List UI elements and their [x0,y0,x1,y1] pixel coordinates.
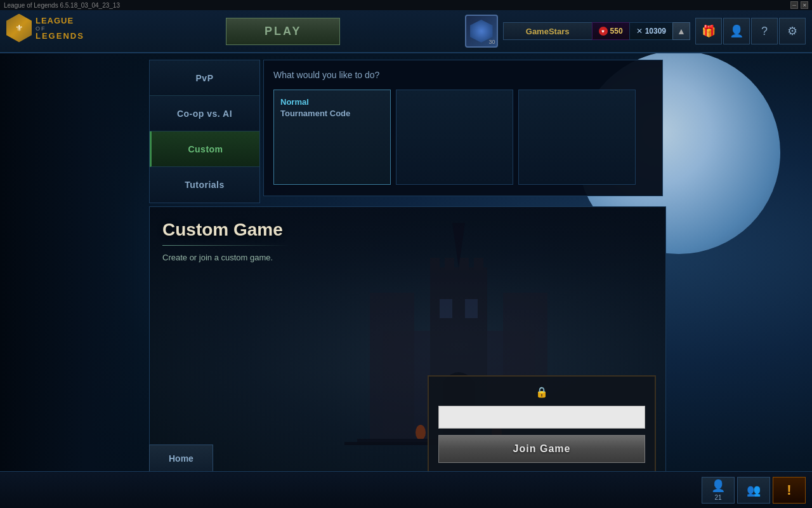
ip-icon: ✕ [636,27,643,36]
mode-option-2[interactable] [396,90,513,185]
top-icons: 🎁 👤 ? ⚙ [695,18,806,44]
logo-legends: LEGENDS [36,32,84,41]
boost-button[interactable]: ▲ [672,22,690,40]
minimize-button[interactable]: ─ [790,1,798,9]
tab-custom-label: Custom [188,144,223,154]
join-game-panel: 🔒 Join Game [428,375,656,474]
group-icon: 👥 [747,483,761,497]
rp-currency: ♥ 550 [592,22,629,40]
rp-icon: ♥ [599,27,608,36]
join-game-input[interactable] [438,406,645,429]
mode-question: What would you like to do? [273,70,653,80]
mode-option-normal-line1: Normal [280,97,384,108]
chest-icon: 🎁 [702,24,716,38]
mode-option-3[interactable] [518,90,636,185]
settings-button[interactable]: ⚙ [779,18,806,44]
mode-tabs: PvP Co-op vs. AI Custom Tutorials [149,60,260,203]
close-button[interactable]: ✕ [801,1,808,9]
home-button[interactable]: Home [149,444,213,471]
custom-game-title: Custom Game [162,220,283,240]
logo-crest: ⚜ [6,14,32,43]
svg-point-11 [416,425,426,440]
friends-button[interactable]: 👤 21 [702,477,735,504]
chest-button[interactable]: 🎁 [695,18,722,44]
home-label: Home [169,453,193,464]
group-button[interactable]: 👥 [737,477,770,504]
svg-rect-5 [445,258,454,271]
mode-selection: What would you like to do? Normal Tourna… [263,60,663,196]
alert-button[interactable]: ! [773,477,806,504]
help-icon: ? [761,25,768,38]
title-bar: League of Legends 6.5.18_03_04_23_13 ─ ✕ [0,0,812,10]
settings-icon: ⚙ [787,24,797,38]
svg-rect-6 [459,258,469,271]
ranked-icon: 30 [465,15,498,48]
svg-rect-9 [440,299,452,318]
tab-tutorials[interactable]: Tutorials [150,167,259,203]
custom-game-divider [162,245,289,246]
ip-amount: 10309 [645,27,666,36]
profile-button[interactable]: 👤 [723,18,750,44]
tab-pvp[interactable]: PvP [150,60,259,96]
bottom-bar: 👤 21 👥 ! [0,471,812,508]
username-area: GameStars [503,22,592,40]
rp-amount: 550 [610,27,623,36]
custom-game-description: Create or join a custom game. [162,253,273,262]
custom-game-section: Custom Game Create or join a custom game… [149,206,666,484]
tab-tutorials-label: Tutorials [185,180,225,190]
tab-custom[interactable]: Custom [150,131,259,167]
friends-icon: 👤 [711,479,725,493]
logo: ⚜ LEAGUE OF LEGENDS [6,14,102,49]
profile-icon: 👤 [730,24,743,38]
logo-league: LEAGUE [36,17,84,25]
alert-icon: ! [787,482,791,498]
lock-icon: 🔒 [535,386,548,398]
username-text: GameStars [526,27,570,36]
mode-option-normal[interactable]: Normal Tournament Code [273,90,391,185]
svg-rect-10 [465,299,478,318]
left-sidebar [0,53,143,471]
title-bar-controls: ─ ✕ [790,1,808,9]
top-nav: ⚜ LEAGUE OF LEGENDS Play 30 GameStars ♥ … [0,10,812,53]
ranked-level: 30 [489,39,495,45]
logo-text: LEAGUE OF LEGENDS [36,14,84,41]
tab-pvp-label: PvP [196,73,214,83]
svg-rect-2 [370,293,414,445]
svg-rect-4 [430,258,440,271]
tab-coop[interactable]: Co-op vs. AI [150,96,259,131]
friends-count: 21 [714,494,721,501]
nav-right: 30 GameStars ♥ 550 ✕ 10309 ▲ 🎁 👤 ? ⚙ [465,15,812,48]
join-game-header: 🔒 [438,386,645,398]
help-button[interactable]: ? [751,18,778,44]
nav-center: Play [102,18,465,45]
mode-options: Normal Tournament Code [273,90,653,185]
svg-rect-7 [474,258,483,271]
mode-option-normal-line2: Tournament Code [280,108,384,119]
ip-currency: ✕ 10309 [629,22,672,40]
play-button[interactable]: Play [226,18,340,45]
join-game-button[interactable]: Join Game [438,435,645,463]
tab-coop-label: Co-op vs. AI [177,109,232,119]
title-bar-text: League of Legends 6.5.18_03_04_23_13 [4,2,120,9]
logo-area: ⚜ LEAGUE OF LEGENDS [0,10,102,53]
